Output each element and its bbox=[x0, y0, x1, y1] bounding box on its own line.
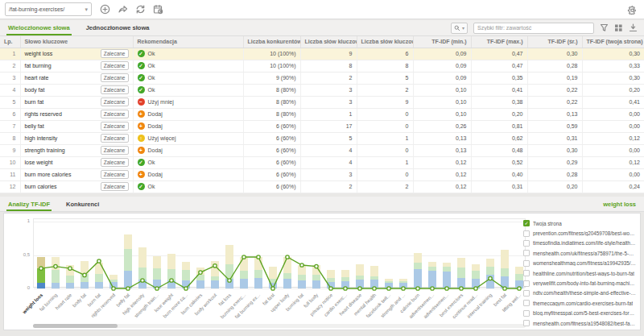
table-row[interactable]: 12burn caloriesZalecane✓Ok6 (60%)220,120… bbox=[0, 180, 644, 193]
cell-keywords-a: 2 bbox=[300, 72, 357, 84]
download-icon[interactable] bbox=[629, 21, 638, 35]
col-competitors[interactable]: Liczba konkurentów ▾ bbox=[243, 36, 300, 48]
legend-item[interactable]: menshealth.com/fitness/a19548082/best-fa… bbox=[523, 318, 636, 328]
cell-tfidf-page: 0,00 bbox=[582, 144, 644, 156]
checkbox-checked-icon[interactable]: ✓ bbox=[523, 220, 530, 226]
columns-grid-icon[interactable] bbox=[614, 21, 623, 35]
table-row[interactable]: 3heart rateZalecane✓Ok9 (90%)250,090,350… bbox=[0, 72, 644, 84]
col-lp: Lp. bbox=[0, 36, 20, 48]
table-row[interactable]: 7belly fatZalecane+Dodaj6 (60%)1700,260,… bbox=[0, 120, 644, 132]
cell-competitors: 8 (80%) bbox=[243, 96, 300, 108]
table-row[interactable]: 1weight lossZalecane✓Ok10 (100%)960,090,… bbox=[0, 48, 644, 60]
line-point-marker bbox=[344, 287, 347, 290]
tab-competitors[interactable]: Konkurenci bbox=[58, 197, 107, 211]
cell-competitors: 6 (60%) bbox=[243, 156, 300, 168]
chevron-down-icon: ▾ bbox=[462, 25, 464, 31]
cell-tfidf-page: 0,00 bbox=[582, 168, 644, 180]
share-button[interactable] bbox=[118, 4, 128, 15]
cell-tfidf-avg: 0,59 bbox=[527, 120, 582, 132]
col-tfidf-max[interactable]: TF-IDF (max.) bbox=[471, 36, 527, 48]
legend-item[interactable]: timesofindia.indiatimes.com/life-style/h… bbox=[523, 239, 636, 248]
legend-item[interactable]: womenshealthmag.com/fitness/a19942935/b.… bbox=[523, 259, 636, 268]
line-point-marker bbox=[402, 287, 405, 290]
cell-keywords-a: 4 bbox=[300, 144, 357, 156]
cell-tfidf-avg: 0,22 bbox=[527, 84, 582, 96]
top-toolbar: /fat-burning-exercises/ ▾ bbox=[0, 0, 644, 19]
table-row[interactable]: 5burn fatZalecane−Użyj mniej8 (80%)390,1… bbox=[0, 96, 644, 108]
chart-scrollbar-thumb[interactable] bbox=[33, 324, 118, 328]
col-tfidf-avg[interactable]: TF-IDF (śr.) bbox=[527, 36, 582, 48]
status-badge: Zalecane bbox=[101, 97, 129, 106]
checkbox-icon[interactable] bbox=[523, 240, 530, 247]
legend-item[interactable]: prevention.com/fitness/g20459708/best-wo… bbox=[523, 228, 636, 238]
tab-single-word[interactable]: Jednoczłonowe słowa bbox=[78, 20, 158, 35]
table-row[interactable]: 4body fatZalecane✓Ok8 (80%)320,100,410,2… bbox=[0, 84, 644, 96]
cell-tfidf-min: 0,12 bbox=[413, 180, 471, 193]
table-row[interactable]: 10lose weightZalecane✓Ok6 (60%)410,120,5… bbox=[0, 156, 644, 168]
cell-tfidf-min: 0,09 bbox=[413, 48, 471, 60]
col-keywords-b[interactable]: Liczba słów kluczowyc... bbox=[357, 36, 413, 48]
tab-multi-word[interactable]: Wieloczłonowe słowa bbox=[0, 20, 78, 35]
cell-competitors: 6 (60%) bbox=[243, 180, 300, 193]
row-index: 1 bbox=[0, 48, 20, 60]
search-icon bbox=[454, 25, 460, 31]
legend-label: timesofindia.indiatimes.com/life-style/h… bbox=[533, 240, 636, 246]
checkbox-icon[interactable] bbox=[523, 250, 530, 256]
cell-tfidf-max: 0,40 bbox=[471, 168, 527, 180]
primary-tabbar: Wieloczłonowe słowa Jednoczłonowe słowa … bbox=[0, 20, 644, 36]
legend-item[interactable]: blog.myfitnesspal.com/5-best-exercises-f… bbox=[523, 309, 636, 318]
row-index: 6 bbox=[0, 108, 20, 120]
table-row[interactable]: 2fat burningZalecane✓Ok10 (100%)880,090,… bbox=[0, 60, 644, 72]
recommendation-icon: ✓ bbox=[138, 74, 145, 81]
line-point-marker bbox=[97, 259, 101, 263]
url-value: /fat-burning-exercises/ bbox=[9, 6, 64, 12]
cell-tfidf-avg: 0,19 bbox=[527, 72, 582, 84]
filter-funnel-icon[interactable] bbox=[600, 21, 609, 35]
checkbox-icon[interactable] bbox=[523, 310, 530, 317]
table-row[interactable]: 6rights reservedZalecane+Dodaj8 (80%)100… bbox=[0, 108, 644, 120]
row-index: 12 bbox=[0, 180, 20, 193]
legend-label: blog.myfitnesspal.com/5-best-exercises-f… bbox=[533, 310, 636, 316]
cell-competitors: 6 (60%) bbox=[243, 120, 300, 132]
quick-filter-input[interactable] bbox=[473, 23, 594, 34]
recommendation-label: Ok bbox=[148, 160, 155, 165]
table-row[interactable]: 8high intensityZalecane↑Użyj więcej6 (60… bbox=[0, 132, 644, 144]
line-point-marker bbox=[445, 287, 448, 290]
refresh-button[interactable] bbox=[135, 4, 146, 15]
url-select[interactable]: /fat-burning-exercises/ ▾ bbox=[5, 2, 92, 16]
checkbox-icon[interactable] bbox=[523, 270, 530, 276]
col-keywords-a[interactable]: Liczba słów kluczowyc... bbox=[300, 36, 357, 48]
checkbox-icon[interactable] bbox=[523, 290, 530, 297]
legend-item[interactable]: verywellfit.com/body-into-fat-burning-ma… bbox=[523, 278, 636, 288]
chart-scrollbar[interactable] bbox=[33, 324, 526, 328]
checkbox-icon[interactable] bbox=[523, 320, 530, 326]
settings-gear-button[interactable] bbox=[627, 4, 638, 19]
status-badge: Zalecane bbox=[101, 110, 129, 118]
legend-item[interactable]: themeccagym.com/cardio-exercises-burn-fa… bbox=[523, 298, 636, 308]
schedule-button[interactable] bbox=[153, 4, 163, 15]
add-url-button[interactable] bbox=[100, 4, 110, 15]
filter-scope-select[interactable]: ▾ bbox=[451, 23, 468, 34]
checkbox-icon[interactable] bbox=[523, 260, 530, 267]
legend-item[interactable]: healthline.com/nutrition/best-ways-to-bu… bbox=[523, 268, 636, 278]
line-point-marker bbox=[199, 271, 202, 274]
legend-item[interactable]: menshealth.com/uk/fitness/a758971/the-5-… bbox=[523, 248, 636, 258]
keyword-text: belly fat bbox=[25, 123, 44, 129]
checkbox-icon[interactable] bbox=[523, 230, 530, 237]
legend-item[interactable]: ndtv.com/health/these-simple-and-effecti… bbox=[523, 288, 636, 298]
table-row[interactable]: 9strength trainingZalecane+Dodaj6 (60%)4… bbox=[0, 144, 644, 156]
cell-keywords-b: 8 bbox=[357, 60, 413, 72]
col-tfidf-page[interactable]: TF-IDF (twoja strona) bbox=[582, 36, 644, 48]
table-row[interactable]: 11burn more caloriesZalecane+Dodaj6 (60%… bbox=[0, 168, 644, 180]
status-badge: Zalecane bbox=[101, 85, 129, 94]
col-tfidf-min[interactable]: TF-IDF (min.) bbox=[413, 36, 471, 48]
tab-tfidf-analysis[interactable]: Analizy TF-IDF bbox=[0, 197, 58, 211]
cell-tfidf-page: 0,30 bbox=[582, 48, 644, 60]
recommendation-label: Dodaj bbox=[148, 172, 163, 177]
cell-tfidf-min: 0,13 bbox=[413, 132, 471, 144]
legend-item-your-page[interactable]: ✓Twoja strona bbox=[523, 218, 636, 228]
checkbox-icon[interactable] bbox=[523, 300, 530, 306]
cell-tfidf-min: 0,12 bbox=[413, 156, 471, 168]
checkbox-icon[interactable] bbox=[523, 280, 530, 287]
cell-tfidf-max: 0,35 bbox=[471, 72, 527, 84]
